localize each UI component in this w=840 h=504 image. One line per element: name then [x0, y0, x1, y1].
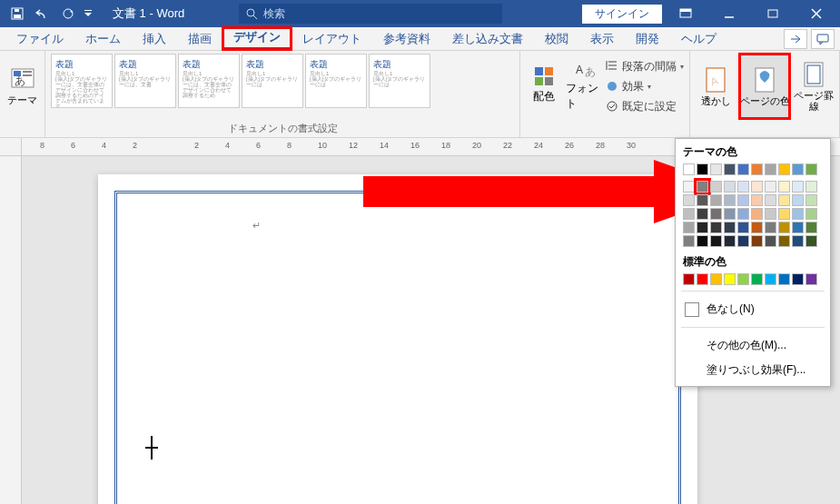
color-swatch[interactable]: [792, 181, 804, 193]
set-default-button[interactable]: 既定に設定: [606, 97, 684, 115]
tab-review[interactable]: 校閲: [534, 27, 579, 50]
watermark-button[interactable]: A 透かし: [696, 54, 736, 119]
gallery-item[interactable]: 表題見出し1[挿入]タブのギャラリーには、文書全体のデザインに合わせて調整するた…: [51, 54, 113, 108]
color-swatch[interactable]: [710, 163, 722, 175]
tab-layout[interactable]: レイアウト: [292, 27, 372, 50]
color-swatch[interactable]: [751, 208, 763, 220]
color-swatch[interactable]: [697, 222, 708, 233]
color-swatch[interactable]: [737, 163, 749, 175]
undo-icon[interactable]: [31, 2, 54, 25]
color-swatch[interactable]: [710, 273, 722, 285]
color-swatch[interactable]: [710, 181, 722, 193]
tab-draw[interactable]: 描画: [177, 27, 222, 50]
tab-developer[interactable]: 開発: [625, 27, 670, 50]
color-swatch[interactable]: [724, 181, 736, 193]
color-swatch[interactable]: [710, 194, 722, 206]
gallery-item[interactable]: 表題見出し1[挿入]タブのギャラリーには: [305, 54, 367, 108]
color-swatch[interactable]: [765, 273, 776, 285]
color-swatch[interactable]: [737, 273, 749, 285]
color-swatch[interactable]: [724, 235, 736, 247]
paragraph-spacing-button[interactable]: 段落の間隔▾: [606, 57, 684, 75]
color-swatch[interactable]: [724, 208, 736, 220]
search-box[interactable]: 検索: [239, 4, 502, 24]
color-swatch[interactable]: [737, 222, 749, 233]
comments-icon[interactable]: [811, 29, 835, 49]
color-swatch[interactable]: [697, 194, 708, 206]
color-swatch[interactable]: [805, 222, 817, 233]
color-swatch[interactable]: [751, 194, 763, 206]
maximize-icon[interactable]: [753, 0, 793, 27]
color-swatch[interactable]: [765, 235, 776, 247]
color-swatch[interactable]: [683, 181, 695, 193]
color-swatch[interactable]: [751, 181, 763, 193]
redo-icon[interactable]: [56, 2, 80, 25]
color-swatch[interactable]: [724, 194, 736, 206]
save-icon[interactable]: [5, 2, 29, 25]
more-colors-item[interactable]: その他の色(M)...: [683, 333, 823, 358]
color-swatch[interactable]: [778, 163, 790, 175]
tab-home[interactable]: ホーム: [74, 27, 132, 50]
color-swatch[interactable]: [792, 163, 804, 175]
fill-effects-item[interactable]: 塗りつぶし効果(F)...: [683, 358, 823, 382]
color-swatch[interactable]: [778, 235, 790, 247]
gallery-item[interactable]: 表題見出し1[挿入]タブのギャラリーには、文書: [114, 54, 176, 108]
effects-button[interactable]: 効果▾: [606, 77, 684, 95]
color-swatch[interactable]: [737, 181, 749, 193]
ribbon-display-icon[interactable]: [666, 0, 706, 27]
qat-dropdown-icon[interactable]: [82, 2, 94, 25]
vertical-ruler[interactable]: [0, 156, 22, 504]
color-swatch[interactable]: [751, 273, 763, 285]
color-swatch[interactable]: [697, 235, 708, 247]
color-swatch[interactable]: [724, 163, 736, 175]
color-swatch[interactable]: [778, 273, 790, 285]
tab-help[interactable]: ヘルプ: [670, 27, 727, 50]
color-swatch[interactable]: [724, 222, 736, 233]
fonts-button[interactable]: Aあ フォント: [566, 54, 602, 115]
color-swatch[interactable]: [737, 194, 749, 206]
color-swatch[interactable]: [697, 181, 708, 193]
color-swatch[interactable]: [805, 194, 817, 206]
color-swatch[interactable]: [778, 194, 790, 206]
minimize-icon[interactable]: [709, 0, 749, 27]
close-icon[interactable]: [796, 0, 836, 27]
signin-button[interactable]: サインイン: [582, 5, 662, 24]
page[interactable]: ↵: [98, 174, 697, 504]
color-swatch[interactable]: [805, 208, 817, 220]
color-swatch[interactable]: [765, 208, 776, 220]
color-swatch[interactable]: [778, 181, 790, 193]
color-swatch[interactable]: [805, 181, 817, 193]
color-swatch[interactable]: [737, 235, 749, 247]
share-icon[interactable]: [784, 29, 807, 49]
color-swatch[interactable]: [765, 163, 776, 175]
color-swatch[interactable]: [683, 194, 695, 206]
tab-insert[interactable]: 挿入: [132, 27, 177, 50]
color-swatch[interactable]: [765, 181, 776, 193]
tab-design[interactable]: デザイン: [222, 27, 292, 50]
color-swatch[interactable]: [792, 222, 804, 233]
color-swatch[interactable]: [778, 208, 790, 220]
color-swatch[interactable]: [792, 235, 804, 247]
color-swatch[interactable]: [805, 273, 817, 285]
tab-references[interactable]: 参考資料: [372, 27, 441, 50]
tab-mailings[interactable]: 差し込み文書: [441, 27, 534, 50]
color-swatch[interactable]: [683, 163, 695, 175]
color-swatch[interactable]: [710, 235, 722, 247]
style-gallery[interactable]: 表題見出し1[挿入]タブのギャラリーには、文書全体のデザインに合わせて調整するた…: [51, 54, 430, 108]
color-swatch[interactable]: [724, 273, 736, 285]
color-swatch[interactable]: [765, 194, 776, 206]
color-swatch[interactable]: [683, 235, 695, 247]
colors-button[interactable]: 配色: [526, 54, 562, 115]
color-swatch[interactable]: [792, 208, 804, 220]
no-color-item[interactable]: 色なし(N): [683, 297, 823, 321]
color-swatch[interactable]: [792, 194, 804, 206]
color-swatch[interactable]: [683, 208, 695, 220]
gallery-item[interactable]: 表題見出し1[挿入]タブのギャラリーには: [242, 54, 303, 108]
page-borders-button[interactable]: ページ罫線: [794, 54, 834, 119]
color-swatch[interactable]: [792, 273, 804, 285]
color-swatch[interactable]: [737, 208, 749, 220]
color-swatch[interactable]: [697, 163, 708, 175]
color-swatch[interactable]: [805, 235, 817, 247]
themes-button[interactable]: あ テーマ: [5, 54, 39, 119]
color-swatch[interactable]: [751, 222, 763, 233]
gallery-item[interactable]: 表題見出し1[挿入]タブのギャラリーには、文書全体のデザインに合わせて調整するた…: [178, 54, 240, 108]
